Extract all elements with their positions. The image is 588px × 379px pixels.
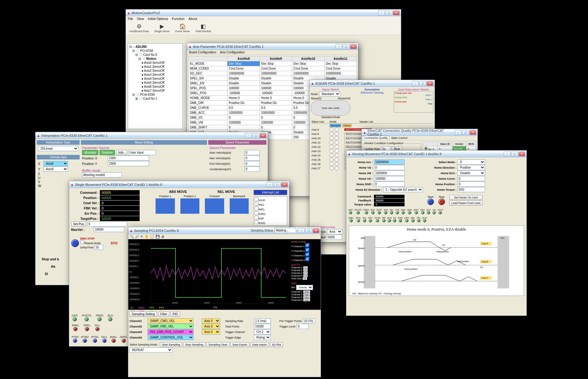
axis-select[interactable]: Axis 0 — [202, 318, 220, 323]
axis-param-cell[interactable]: Disable — [228, 76, 260, 81]
sampling-action-button[interactable]: 2D Plot — [270, 342, 283, 347]
axis-select[interactable]: Axis 0 — [202, 329, 220, 335]
axis-param-cell[interactable]: 0 — [260, 125, 292, 130]
minimize-button[interactable]: – — [455, 130, 462, 135]
maximize-button[interactable]: ▢ — [252, 133, 259, 138]
axis-param-cell[interactable]: 10000000 — [228, 110, 260, 115]
interrupt-checkbox[interactable] — [254, 220, 258, 224]
align-button[interactable]: Align — [303, 296, 311, 299]
cursor-icon[interactable]: ↖ — [141, 235, 143, 239]
position-y-input[interactable] — [108, 161, 149, 166]
minimize-button[interactable]: – — [298, 228, 305, 233]
axis-param-cell[interactable]: 0 — [228, 115, 260, 120]
axis-param-cell[interactable]: 100000000 — [260, 71, 292, 76]
hand-icon[interactable]: ✋ — [145, 235, 149, 239]
trigger-level-input[interactable] — [296, 324, 309, 329]
copy-icon[interactable]: 📋 — [150, 235, 154, 239]
axis-param-cell[interactable]: 0.5 — [260, 105, 292, 110]
egear-mode-radio[interactable] — [330, 162, 334, 166]
axis-param-cell[interactable]: 1000000 — [228, 120, 260, 125]
axis-param-cell[interactable]: 100000 — [228, 86, 260, 91]
tab-filter[interactable]: Filter — [158, 312, 169, 317]
home-torque-input[interactable] — [458, 187, 485, 192]
trigger-channel-select[interactable]: CH 2 — [254, 329, 271, 335]
menu-about[interactable]: About — [188, 17, 197, 21]
load-param-button[interactable]: Load Param From Card — [449, 201, 483, 205]
homing-start-button[interactable] — [427, 198, 434, 205]
sampling-action-button[interactable]: Sampling Clear — [206, 342, 230, 347]
position2-button[interactable] — [180, 198, 200, 214]
interrupt-checkbox[interactable] — [254, 216, 258, 220]
home-eza-select[interactable]: Disable — [458, 170, 485, 176]
zoom-out-icon[interactable]: 🔎 — [135, 235, 139, 239]
sampling-chart[interactable]: ms 2500000.02000000.01500000.01000000.05… — [128, 239, 290, 310]
tab-sampling-setting[interactable]: Sampling Setting — [130, 312, 157, 317]
home-shift-input[interactable] — [374, 182, 405, 187]
close-button[interactable]: ✕ — [469, 130, 476, 135]
print-icon[interactable]: 🖨 — [161, 235, 164, 239]
axis-param-cell[interactable]: DME_VS — [189, 115, 228, 120]
axis-select[interactable]: Axis 0 — [202, 324, 220, 329]
axis-param-cell[interactable]: SPEL_EN — [189, 76, 228, 81]
total-points-input[interactable] — [254, 324, 271, 329]
menu-initial[interactable]: Initial Options — [148, 17, 168, 21]
tree-axis-item[interactable]: ● Axis4 ServoOff — [141, 77, 181, 81]
interp-type-select[interactable]: 2DLinear — [38, 146, 78, 151]
axis-param-cell[interactable]: DME_CURVE — [189, 105, 228, 110]
align-button[interactable]: Align — [303, 293, 311, 296]
master-axis-select[interactable]: Axis 8 — [327, 229, 342, 234]
axis-param-cell[interactable]: Home 0 — [228, 96, 260, 101]
max-speed-input[interactable] — [327, 235, 342, 240]
egear-mode-radio[interactable] — [335, 132, 339, 136]
egear-mode-radio[interactable] — [335, 166, 339, 170]
fit-button[interactable]: Fit — [303, 269, 308, 272]
home-position-input[interactable] — [458, 182, 485, 187]
setpos-button[interactable]: Set Pos — [71, 221, 86, 227]
egear-mode-radio[interactable] — [335, 136, 339, 140]
close-button[interactable]: ✕ — [313, 228, 319, 233]
interrupt-checkbox[interactable] — [254, 206, 258, 210]
egear-mode-radio[interactable] — [330, 158, 334, 162]
home-select-mode[interactable]: 0 — [458, 159, 485, 165]
menu-function[interactable]: Function — [172, 17, 185, 21]
axis-param-cell[interactable]: 100000000 — [324, 71, 356, 76]
close-button[interactable]: ✕ — [350, 44, 357, 49]
axis-param-cell[interactable]: 10000000 — [260, 110, 292, 115]
position1-button[interactable] — [156, 198, 175, 214]
axis-param-cell[interactable]: 1000000 — [260, 120, 292, 125]
maximize-button[interactable]: ▢ — [343, 44, 349, 49]
home-vo-input[interactable] — [374, 176, 405, 181]
tree-axis-item[interactable]: ● Axis0 ServoOff — [141, 61, 181, 65]
fit-button[interactable]: Fit — [303, 266, 308, 269]
interp-axis-select[interactable]: Axis9 — [43, 167, 68, 172]
interrupt-list-button[interactable]: Interrupt List — [254, 190, 287, 195]
home-direction-select[interactable]: Positive — [458, 165, 485, 170]
egear-mode-radio[interactable] — [330, 128, 334, 132]
channel-source-select[interactable]: PID_ERR_POS_COUNT — [148, 329, 194, 335]
homing-stop-button[interactable] — [438, 198, 445, 205]
home-vm-input[interactable] — [374, 170, 405, 176]
maximize-button[interactable]: ▢ — [419, 81, 426, 86]
repeat-checkbox[interactable] — [80, 240, 84, 244]
menu-file[interactable]: File — [128, 17, 133, 21]
axis-param-cell[interactable]: Disable — [228, 81, 260, 86]
egear-mode-radio[interactable] — [330, 153, 334, 157]
menu-view[interactable]: View — [137, 17, 144, 21]
channel-visible-checkbox[interactable] — [305, 248, 309, 252]
fit-button[interactable]: Fit — [303, 274, 308, 277]
max-vel-input[interactable] — [244, 155, 260, 161]
close-button[interactable]: ✕ — [518, 151, 525, 156]
maximize-button[interactable]: ▢ — [274, 182, 281, 187]
egear-mode-radio[interactable] — [330, 166, 334, 170]
home-vs-input[interactable] — [374, 165, 405, 170]
toolbar-home-move[interactable]: 🏠Home Move — [174, 22, 191, 33]
device-tree[interactable]: ⊟ -- ADLINK ⊟ 📄 PCI-8158 ⊟ 📄 Card No 0 ⊟… — [128, 43, 183, 129]
egear-mode-radio[interactable] — [335, 162, 339, 166]
tab-board-config[interactable]: Board Configuration — [189, 51, 216, 54]
sampling-mode-select[interactable]: REPEAT — [130, 347, 172, 353]
axis-param-cell[interactable]: Home 0 — [260, 96, 292, 101]
channel-source-select[interactable]: SAMP_FBK_VEL — [148, 324, 194, 329]
info-button[interactable]: Info.. — [116, 150, 127, 155]
tree-axis-item[interactable]: ● Axis7 ServoOff — [141, 89, 181, 93]
delay-input[interactable] — [94, 245, 103, 250]
